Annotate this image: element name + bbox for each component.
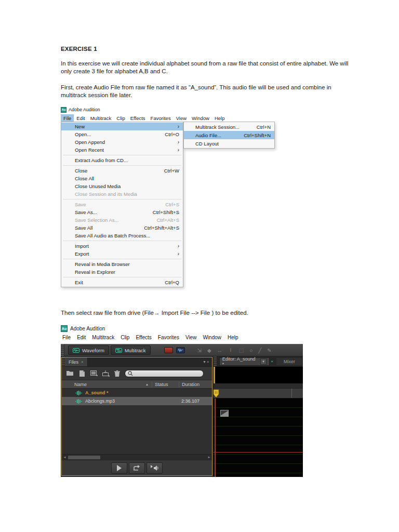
menu-item-close[interactable]: CloseCtrl+W	[61, 167, 183, 175]
menubar-item-favorites[interactable]: Favorites	[156, 334, 183, 341]
menu-item-audio-file[interactable]: Audio File...Ctrl+Shift+N	[184, 131, 274, 139]
time-selection-tool-icon[interactable]: Ｉ	[228, 347, 233, 354]
razor-tool-icon[interactable]: ◆	[207, 348, 211, 353]
lasso-selection-tool-icon[interactable]: ○	[249, 348, 252, 353]
menu-item-open[interactable]: Open...Ctrl+O	[61, 130, 183, 138]
editor-tab[interactable]: Editor: A_sound * ▼	[219, 357, 270, 366]
files-panel-tabbar: Files × ▼≡	[62, 357, 212, 367]
waveform-view-button[interactable]: Waveform	[68, 345, 109, 355]
paragraph-intro: In this exercise we will create individu…	[61, 60, 351, 75]
paintbrush-tool-icon[interactable]: ╱	[258, 348, 261, 353]
menubar-item-effects[interactable]: Effects	[128, 114, 148, 122]
title-bar: Au Adobe Audition	[61, 106, 275, 113]
panel-menu-icon[interactable]: ▼≡	[203, 360, 212, 364]
menubar-item-file[interactable]: File	[61, 334, 75, 341]
close-icon[interactable]: ×	[271, 359, 273, 364]
move-tool-icon[interactable]: ⇲	[197, 348, 202, 353]
waveform-overview-strip[interactable]	[214, 367, 303, 383]
toolbar-grip[interactable]	[61, 344, 64, 356]
delete-icon[interactable]	[114, 370, 120, 377]
paragraph-first-step: First, create Audio File from raw file n…	[61, 84, 351, 99]
waveform-display-button[interactable]	[176, 347, 185, 353]
dropdown-arrow-icon[interactable]: ▼	[260, 358, 267, 365]
menubar-item-window[interactable]: Window	[201, 334, 225, 341]
waveform-file-icon	[75, 399, 82, 404]
slip-tool-icon[interactable]: ↔	[217, 348, 222, 353]
playhead-pin-icon[interactable]	[213, 389, 219, 398]
scroll-right-icon[interactable]: ►	[207, 456, 211, 459]
menu-item-cd-layout[interactable]: CD Layout	[184, 139, 274, 148]
panel-grip[interactable]	[214, 356, 217, 366]
column-duration[interactable]: Duration	[179, 382, 212, 387]
marquee-selection-tool-icon[interactable]: ⬚	[239, 348, 244, 353]
menu-item-reveal-in-explorer[interactable]: Reveal in Explorer	[61, 268, 183, 276]
menu-item-open-append[interactable]: Open Append›	[61, 138, 183, 146]
open-file-icon[interactable]	[66, 370, 74, 376]
menubar-item-effects[interactable]: Effects	[134, 334, 155, 341]
search-input[interactable]	[125, 370, 204, 377]
close-icon[interactable]: ×	[81, 360, 84, 364]
menu-item-export[interactable]: Export›	[61, 250, 183, 258]
menubar-item-edit[interactable]: Edit	[75, 334, 90, 341]
multitrack-view-button[interactable]: Multitrack	[111, 345, 151, 355]
menu-item-close-all[interactable]: Close All	[61, 175, 183, 182]
menu-item-save[interactable]: SaveCtrl+S	[61, 201, 183, 208]
file-row-a-sound[interactable]: A_sound *	[62, 389, 212, 397]
menubar-item-help[interactable]: Help	[212, 114, 228, 122]
horizontal-scrollbar[interactable]: ◄ ►	[62, 454, 212, 460]
tool-icons-group: ⇲ ◆ ↔ Ｉ ⬚ ○ ╱ ✎	[197, 347, 272, 354]
menu-item-label: Save	[75, 202, 160, 207]
menu-item-open-recent[interactable]: Open Recent›	[61, 146, 183, 154]
menubar-item-help[interactable]: Help	[226, 334, 243, 341]
menu-item-save-all[interactable]: Save AllCtrl+Shift+Alt+S	[61, 224, 183, 232]
menubar-item-favorites[interactable]: Favorites	[148, 114, 174, 122]
menubar-item-edit[interactable]: Edit	[74, 114, 87, 122]
menubar-item-clip[interactable]: Clip	[114, 114, 127, 122]
menubar-item-file[interactable]: File	[61, 114, 74, 122]
scroll-left-icon[interactable]: ◄	[63, 456, 66, 459]
menu-item-label: Audio File...	[195, 132, 238, 138]
menu-item-multitrack-session[interactable]: Multitrack Session...Ctrl+N	[184, 123, 274, 131]
clip-thumbnail-icon	[220, 410, 229, 417]
play-button[interactable]	[111, 462, 127, 474]
menubar-item-view[interactable]: View	[174, 114, 189, 122]
auto-play-button[interactable]	[147, 462, 163, 474]
waveform-display[interactable]	[214, 398, 303, 477]
submenu-arrow-icon: ›	[172, 124, 179, 129]
menu-item-reveal-in-media-browser[interactable]: Reveal in Media Browser	[61, 260, 183, 268]
title-bar: Au Adobe Audition	[61, 324, 303, 332]
menu-item-close-unused-media[interactable]: Close Unused Media	[61, 182, 183, 190]
menubar-item-window[interactable]: Window	[189, 114, 212, 122]
spectral-display-button[interactable]	[164, 347, 173, 353]
menubar-item-multitrack[interactable]: Multitrack	[88, 114, 114, 122]
new-file-icon[interactable]	[90, 370, 98, 376]
loop-playback-button[interactable]	[129, 462, 145, 474]
menu-item-new[interactable]: New›	[61, 123, 183, 130]
menu-item-close-session-and-its-media[interactable]: Close Session and its Media	[61, 190, 183, 198]
menu-item-save-selection-as[interactable]: Save Selection As...Ctrl+Alt+S	[61, 216, 183, 224]
file-name-label: Abclongs.mp3	[85, 398, 115, 404]
menubar-item-view[interactable]: View	[184, 334, 201, 341]
menu-item-label: Multitrack Session...	[195, 124, 251, 130]
menu-item-import[interactable]: Import›	[61, 242, 183, 250]
column-name[interactable]: Name ▲	[62, 382, 152, 387]
sort-asc-icon: ▲	[145, 383, 149, 386]
insert-into-multitrack-icon[interactable]	[102, 370, 110, 377]
column-status[interactable]: Status	[152, 382, 179, 387]
import-file-icon[interactable]	[79, 370, 86, 377]
menu-item-save-as[interactable]: Save As...Ctrl+Shift+S	[61, 208, 183, 216]
mixer-tab[interactable]: Mixer	[276, 357, 303, 366]
timeline-ruler[interactable]	[214, 388, 303, 398]
menu-item-exit[interactable]: ExitCtrl+Q	[61, 278, 183, 286]
scrollbar-thumb[interactable]	[68, 456, 100, 459]
files-tab[interactable]: Files ×	[65, 357, 88, 366]
menubar-item-multitrack[interactable]: Multitrack	[90, 334, 118, 341]
menu-item-save-all-audio-as-batch-process[interactable]: Save All Audio as Batch Process...	[61, 232, 183, 240]
menubar-item-clip[interactable]: Clip	[119, 334, 134, 341]
waveform-file-icon	[75, 391, 82, 395]
file-row-abclongs-mp3[interactable]: Abclongs.mp32:36.107	[62, 397, 212, 405]
healing-brush-tool-icon[interactable]: ✎	[267, 348, 271, 353]
playhead-line[interactable]	[215, 398, 216, 477]
menu-item-extract-audio-from-cd[interactable]: Extract Audio from CD...	[61, 156, 183, 164]
menu-item-label: Save As...	[75, 209, 148, 215]
